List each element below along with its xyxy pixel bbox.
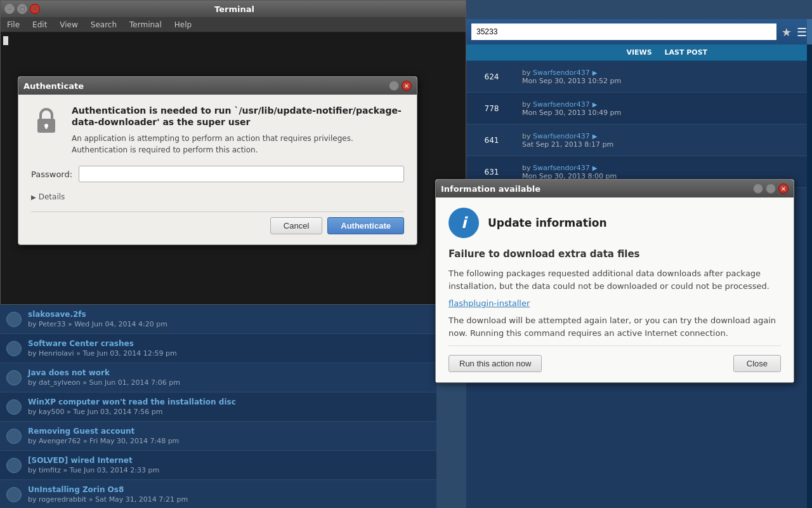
forum-views-3: 641 xyxy=(466,136,517,145)
auth-details-row[interactable]: ▶ Details xyxy=(31,192,404,201)
menu-search[interactable]: Search xyxy=(87,19,121,30)
terminal-maximize-button[interactable]: □ xyxy=(17,4,27,14)
forum-author-3[interactable]: Swarfsendor437 xyxy=(533,132,590,140)
forum-list: slakosave.2fs by Peter33 » Wed Jun 04, 2… xyxy=(0,305,436,508)
info-close-dialog-button[interactable]: Close xyxy=(733,355,781,372)
auth-close-button[interactable]: ✕ xyxy=(402,81,412,91)
forum-author-4[interactable]: Swarfsendor437 xyxy=(533,164,590,172)
forum-list-icon-1 xyxy=(6,341,22,356)
menu-terminal[interactable]: Terminal xyxy=(126,19,166,30)
forum-header: ★ ☰ xyxy=(466,19,812,44)
forum-list-icon-5 xyxy=(6,458,22,473)
info-link[interactable]: flashplugin-installer xyxy=(449,298,781,308)
forum-views-1: 624 xyxy=(466,72,517,81)
info-footer: Run this action now Close xyxy=(449,345,781,372)
info-failure-title: Failure to download extra data files xyxy=(449,248,781,260)
forum-list-meta-1: by Henriolavi » Tue Jun 03, 2014 12:59 p… xyxy=(28,349,177,358)
menu-edit[interactable]: Edit xyxy=(29,19,51,30)
forum-author-icon-2: ▶ xyxy=(593,101,598,108)
forum-list-item-3[interactable]: WinXP computer won't read the installati… xyxy=(0,392,436,422)
forum-star-icon[interactable]: ★ xyxy=(782,25,792,39)
auth-title-controls: ✕ xyxy=(389,81,412,91)
menu-file[interactable]: File xyxy=(3,19,23,30)
info-close-button[interactable]: ✕ xyxy=(778,184,789,194)
terminal-menubar: File Edit View Search Terminal Help xyxy=(1,17,466,32)
terminal-close-button[interactable]: ✕ xyxy=(30,4,40,14)
forum-list-meta-0: by Peter33 » Wed Jun 04, 2014 4:20 pm xyxy=(28,320,167,328)
info-run-action-button[interactable]: Run this action now xyxy=(449,355,542,372)
forum-row-2[interactable]: 778 by Swarfsendor437▶ Mon Sep 30, 2013 … xyxy=(466,93,812,124)
auth-titlebar: Authenticate ✕ xyxy=(18,77,417,95)
menu-help[interactable]: Help xyxy=(171,19,195,30)
forum-list-item-5[interactable]: [SOLVED] wired Internet by timfitz » Tue… xyxy=(0,451,436,480)
terminal-window-controls: － □ ✕ xyxy=(4,4,40,14)
forum-list-title-3[interactable]: WinXP computer won't read the installati… xyxy=(28,398,236,406)
info-titlebar: Information available ✕ xyxy=(436,180,794,197)
forum-lastpost-header: LAST POST xyxy=(665,48,808,57)
forum-list-title-1[interactable]: Software Center crashes xyxy=(28,339,177,348)
info-dialog: Information available ✕ i Update informa… xyxy=(435,179,794,383)
forum-lastpost-3: by Swarfsendor437▶ Sat Sep 21, 2013 8:17… xyxy=(517,130,812,151)
info-dialog-title: Information available xyxy=(441,184,753,194)
forum-date-3: Sat Sep 21, 2013 8:17 pm xyxy=(522,140,613,149)
auth-header-text: Authentication is needed to run `/usr/li… xyxy=(72,105,404,156)
lock-icon xyxy=(31,105,62,135)
forum-list-icon-3 xyxy=(6,399,22,415)
forum-scrollbar[interactable] xyxy=(807,19,812,508)
info-dialog-header: Update information xyxy=(488,217,607,229)
auth-description: An application is attempting to perform … xyxy=(72,133,404,156)
forum-list-title-5[interactable]: [SOLVED] wired Internet xyxy=(28,456,159,465)
forum-author-2[interactable]: Swarfsendor437 xyxy=(533,100,590,109)
forum-list-item-1[interactable]: Software Center crashes by Henriolavi » … xyxy=(0,334,436,363)
forum-views-4: 631 xyxy=(466,168,517,177)
terminal-minimize-button[interactable]: － xyxy=(4,4,15,14)
forum-list-meta-3: by kay500 » Tue Jun 03, 2014 7:56 pm xyxy=(28,408,236,416)
forum-table-header: VIEWS LAST POST xyxy=(466,44,812,61)
auth-details-label: Details xyxy=(39,192,65,201)
terminal-titlebar: － □ ✕ Terminal xyxy=(1,1,466,17)
forum-list-item-4[interactable]: Removing Guest account by Avenger762 » F… xyxy=(0,422,436,451)
forum-date-2: Mon Sep 30, 2013 10:49 pm xyxy=(522,109,621,117)
auth-password-label: Password: xyxy=(31,170,72,179)
auth-minimize-button[interactable] xyxy=(389,81,399,91)
forum-row-3[interactable]: 641 by Swarfsendor437▶ Sat Sep 21, 2013 … xyxy=(466,124,812,156)
forum-list-title-0[interactable]: slakosave.2fs xyxy=(28,310,167,319)
forum-list-icon-4 xyxy=(6,429,22,444)
forum-lastpost-1: by Swarfsendor437▶ Mon Sep 30, 2013 10:5… xyxy=(517,66,812,88)
info-header-row: i Update information xyxy=(449,208,781,238)
info-body: i Update information Failure to download… xyxy=(436,197,794,382)
forum-list-item-0[interactable]: slakosave.2fs by Peter33 » Wed Jun 04, 2… xyxy=(0,305,436,334)
forum-list-item-2[interactable]: Java does not work by dat_sylveon » Sun … xyxy=(0,363,436,392)
auth-cancel-button[interactable]: Cancel xyxy=(270,217,322,234)
info-title-controls: ✕ xyxy=(753,184,789,194)
forum-list-icon-6 xyxy=(6,487,22,502)
info-minimize-button[interactable] xyxy=(753,184,763,194)
forum-scrollbar-thumb xyxy=(807,19,812,44)
forum-menu-icon[interactable]: ☰ xyxy=(797,25,807,39)
auth-command-text: Authentication is needed to run `/usr/li… xyxy=(72,105,404,128)
forum-views-2: 778 xyxy=(466,104,517,113)
auth-authenticate-button[interactable]: Authenticate xyxy=(327,217,404,234)
forum-list-title-2[interactable]: Java does not work xyxy=(28,368,180,377)
menu-view[interactable]: View xyxy=(56,19,81,30)
info-text-2: The download will be attempted again lat… xyxy=(449,314,781,339)
forum-author-1[interactable]: Swarfsendor437 xyxy=(533,69,590,77)
auth-password-input[interactable] xyxy=(79,166,404,182)
forum-author-icon-3: ▶ xyxy=(593,133,598,140)
auth-body: Authentication is needed to run `/usr/li… xyxy=(18,95,417,244)
forum-author-icon-4: ▶ xyxy=(593,164,598,171)
forum-list-meta-4: by Avenger762 » Fri May 30, 2014 7:48 pm xyxy=(28,437,179,445)
auth-dialog-title: Authenticate xyxy=(23,81,389,91)
info-maximize-button[interactable] xyxy=(766,184,776,194)
auth-password-row: Password: xyxy=(31,166,404,182)
forum-list-title-4[interactable]: Removing Guest account xyxy=(28,427,179,436)
terminal-cursor xyxy=(3,36,8,45)
forum-list-meta-5: by timfitz » Tue Jun 03, 2014 2:33 pm xyxy=(28,466,159,474)
forum-search-input[interactable] xyxy=(471,23,776,40)
auth-buttons: Cancel Authenticate xyxy=(31,211,404,234)
forum-row-1[interactable]: 624 by Swarfsendor437▶ Mon Sep 30, 2013 … xyxy=(466,61,812,93)
forum-date-1: Mon Sep 30, 2013 10:52 pm xyxy=(522,77,621,85)
forum-list-title-6[interactable]: UnInstalling Zorin Os8 xyxy=(28,485,188,494)
svg-rect-2 xyxy=(46,126,48,129)
forum-list-item-6[interactable]: UnInstalling Zorin Os8 by rogeredrabbit … xyxy=(0,480,436,508)
